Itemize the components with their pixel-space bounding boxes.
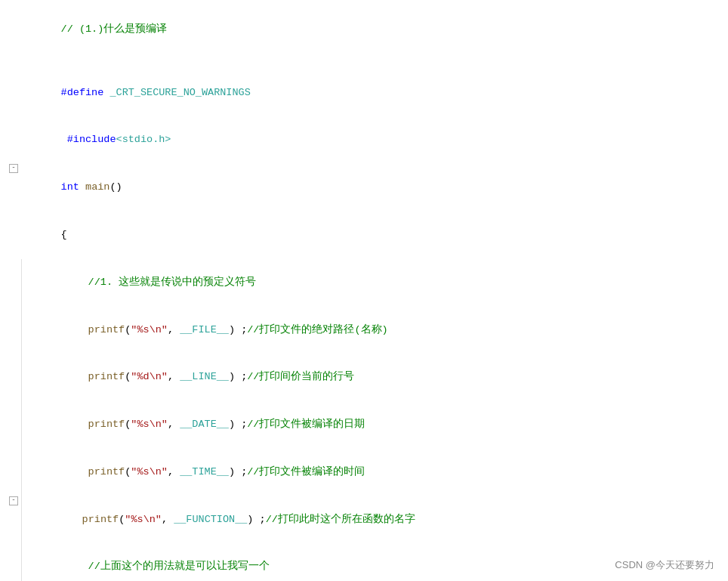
comment-text: // (1.)什么是预编译 [61,23,168,35]
line-12: - printf("%s\n", __FUNCTION__) ;//打印此时这个… [0,496,728,544]
collapse-main[interactable]: - [9,164,18,173]
code-block: // (1.)什么是预编译 #define _CRT_SECURE_NO_WAR… [0,0,728,581]
line-3: #define _CRT_SECURE_NO_WARNINGS [0,70,728,117]
watermark: CSDN @今天还要努力 [615,558,714,572]
line-1: // (1.)什么是预编译 [0,6,728,54]
line-7: //1. 这些就是传说中的预定义符号 [0,259,728,307]
line-10: printf("%s\n", __DATE__) ;//打印文件被编译的日期 [0,401,728,449]
line-9: printf("%d\n", __LINE__) ;//打印间价当前的行号 [0,354,728,401]
line-2 [0,54,728,70]
line-8: printf("%s\n", __FILE__) ;//打印文件的绝对路径(名称… [0,307,728,354]
line-5: - int main() [0,164,728,212]
line-6: { [0,212,728,259]
line-11: printf("%s\n", __TIME__) ;//打印文件被编译的时间 [0,449,728,496]
collapse-printf[interactable]: - [9,496,18,505]
line-4: #include<stdio.h> [0,117,728,165]
